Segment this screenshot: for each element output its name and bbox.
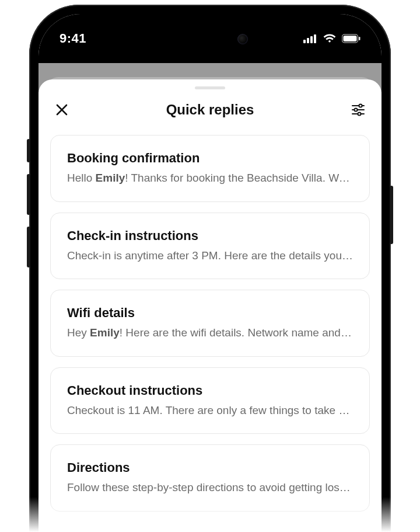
quick-reply-preview: Hello Emily! Thanks for booking the Beac… — [67, 171, 353, 186]
quick-reply-preview: Check-in is anytime after 3 PM. Here are… — [67, 248, 353, 264]
sheet-title: Quick replies — [166, 102, 254, 118]
svg-rect-6 — [359, 37, 360, 40]
quick-reply-card[interactable]: Checkout instructions Checkout is 11 AM.… — [50, 367, 370, 434]
quick-reply-preview: Hey Emily! Here are the wifi details. Ne… — [67, 325, 353, 341]
status-icons — [303, 34, 360, 43]
settings-button[interactable] — [345, 97, 371, 123]
settings-sliders-icon — [351, 103, 365, 116]
quick-reply-card[interactable]: Booking confirmation Hello Emily! Thanks… — [50, 135, 370, 202]
quick-reply-title: Wifi details — [67, 305, 353, 321]
quick-reply-title: Booking confirmation — [67, 151, 353, 166]
quick-reply-preview: Follow these step-by-step directions to … — [67, 480, 353, 496]
side-button — [27, 139, 30, 162]
svg-point-12 — [358, 112, 360, 115]
quick-reply-card[interactable]: Directions Follow these step-by-step dir… — [50, 444, 370, 512]
svg-rect-2 — [310, 36, 313, 43]
side-button — [27, 227, 30, 267]
phone-screen: 9:41 — [38, 14, 382, 532]
quick-reply-card[interactable]: Check-in instructions Check-in is anytim… — [50, 213, 370, 280]
quick-reply-preview: Checkout is 11 AM. There are only a few … — [67, 403, 353, 419]
battery-icon — [342, 34, 360, 43]
side-button — [27, 174, 30, 215]
svg-point-10 — [354, 108, 357, 111]
svg-rect-0 — [303, 40, 306, 43]
phone-frame: 9:41 — [29, 5, 391, 532]
quick-reply-title: Directions — [67, 460, 353, 475]
front-camera — [237, 34, 248, 44]
status-time: 9:41 — [60, 31, 86, 46]
svg-rect-5 — [344, 36, 357, 41]
svg-rect-1 — [307, 38, 309, 43]
wifi-icon — [323, 34, 336, 43]
quick-reply-card[interactable]: Wifi details Hey Emily! Here are the wif… — [50, 290, 370, 357]
close-icon — [55, 103, 68, 116]
quick-reply-title: Check-in instructions — [67, 228, 353, 244]
quick-reply-title: Checkout instructions — [67, 383, 353, 398]
quick-replies-sheet: Quick replies Booki — [38, 79, 382, 532]
close-button[interactable] — [49, 97, 75, 123]
svg-point-8 — [359, 104, 362, 107]
svg-rect-3 — [314, 34, 316, 43]
cellular-icon — [303, 34, 317, 43]
side-button — [390, 186, 393, 244]
sheet-header: Quick replies — [38, 89, 382, 130]
quick-replies-list: Booking confirmation Hello Emily! Thanks… — [38, 130, 382, 512]
